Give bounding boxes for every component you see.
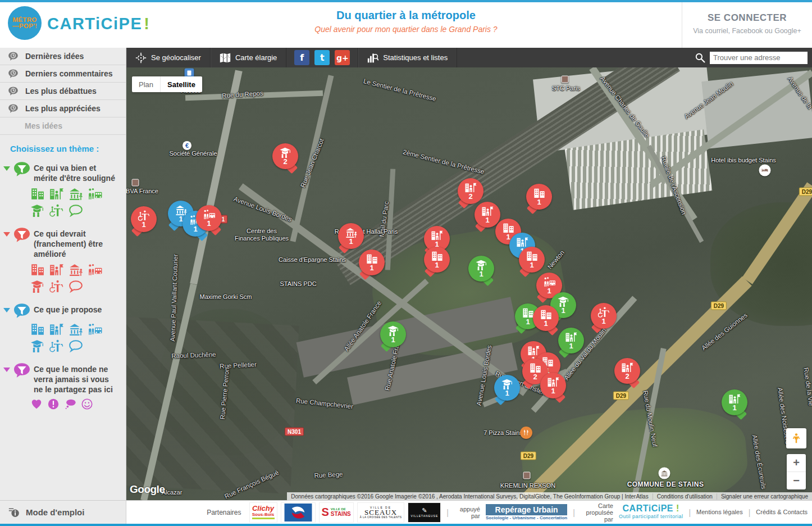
theme-pictogram-exclamation-icon[interactable] xyxy=(47,398,60,410)
theme-pictogram-education-icon[interactable] xyxy=(30,279,45,293)
theme-pictogram-bubble-icon[interactable] xyxy=(69,203,83,217)
theme-pictogram-transit-icon[interactable] xyxy=(88,262,102,276)
theme-header[interactable]: Ce que le monde ne verra jamais si vous … xyxy=(3,362,122,394)
poi-label: KREMLIN REXSON xyxy=(500,482,555,489)
idea-marker[interactable]: 1 xyxy=(338,223,364,249)
partners-label: Partenaires xyxy=(207,509,241,516)
caret-down-icon xyxy=(3,368,10,372)
idea-marker[interactable]: 1 xyxy=(196,205,222,231)
partner-logo-villetaneuse[interactable]: ✎VILLETANEUSE xyxy=(408,502,441,523)
theme-pictogram-building-icon[interactable] xyxy=(30,322,45,335)
theme-pictogram-bubble-icon[interactable] xyxy=(69,339,83,352)
map-canvas[interactable]: Rue du ReposLe Sentier de la Prêtresse2è… xyxy=(126,67,812,500)
theme-header[interactable]: Ce que je propose xyxy=(3,303,122,319)
theme-pictogram-monument-icon[interactable] xyxy=(69,187,83,200)
carticipe-footer-logo[interactable]: CARTiCiPE ! Outil participatif territori… xyxy=(619,505,683,520)
theme-pictogram-monument-icon[interactable] xyxy=(69,262,83,276)
choose-theme-heading: Choisissez un thème : xyxy=(10,144,126,153)
idea-marker[interactable]: 1 xyxy=(380,321,406,347)
google-plus-icon[interactable]: g+ xyxy=(335,50,350,65)
attribution-link[interactable]: Conditions d'utilisation xyxy=(653,493,717,500)
idea-marker[interactable]: 1 xyxy=(526,184,552,210)
mode-demploi-button[interactable]: Mode d'emploi xyxy=(0,501,126,524)
place-icon xyxy=(562,76,569,83)
map-type-plan[interactable]: Plan xyxy=(132,76,160,92)
theme-pictogram-transit-icon[interactable] xyxy=(88,322,102,335)
google-logo[interactable]: Google xyxy=(130,483,165,496)
partner-logo-clichy[interactable]: ClichySous-Bois xyxy=(249,502,277,523)
theme-pictogram-bubble-icon[interactable] xyxy=(69,279,83,293)
theme-pictogram-building-icon[interactable] xyxy=(30,187,45,200)
sidebar-item[interactable]: Dernières idées xyxy=(0,48,126,65)
route-badge: N301 xyxy=(285,428,304,436)
attribution-text: Données cartographiques ©2016 Google Ima… xyxy=(287,493,652,500)
theme-pictogram-monument-icon[interactable] xyxy=(69,322,83,335)
credits-contacts-link[interactable]: Crédits & Contacts xyxy=(756,509,808,516)
poi-label: Maxime Gorki Scm xyxy=(200,293,252,301)
theme-label: Ce qui va bien et mérite d'être souligné xyxy=(34,161,118,183)
filter-funnel-icon xyxy=(14,362,30,378)
search-input[interactable] xyxy=(710,52,808,64)
zoom-out-button[interactable]: − xyxy=(787,472,806,489)
theme-pictogram-building-icon[interactable] xyxy=(30,262,45,276)
idea-marker[interactable]: 2 xyxy=(458,178,483,204)
sidebar-item[interactable]: Les plus appréciées xyxy=(0,100,126,117)
facebook-icon[interactable]: f xyxy=(294,50,309,65)
sidebar-item[interactable]: Derniers commentaires xyxy=(0,65,126,83)
theme-pictogram-housing-icon[interactable] xyxy=(49,262,64,276)
hotel-icon xyxy=(759,165,771,176)
theme-label: Ce que je propose xyxy=(34,303,118,315)
idea-marker[interactable]: 2 xyxy=(614,358,640,384)
partner-logos: ClichySous-BoisSVILLE DESTAINSVILLE DESC… xyxy=(249,502,441,523)
login-button[interactable]: SE CONNECTER Via courriel, Facebook ou G… xyxy=(682,2,812,48)
theme-pictogram-smiley-icon[interactable] xyxy=(81,398,93,410)
idea-marker[interactable]: 1 xyxy=(494,375,520,401)
reperage-urbain-logo[interactable]: Repérage Urbain Sociologie - Urbanisme -… xyxy=(486,504,567,520)
idea-marker[interactable]: 1 xyxy=(722,389,747,415)
address-search xyxy=(695,52,812,64)
caret-down-icon xyxy=(3,308,10,312)
partner-logo-sceaux[interactable]: VILLE DESCEAUXÀ LA CROISÉE DES TALENTS xyxy=(357,502,405,523)
theme-pictogram-education-icon[interactable] xyxy=(30,203,45,217)
filter-funnel-icon xyxy=(14,303,30,319)
geolocate-button[interactable]: Se géolocaliser xyxy=(126,48,211,67)
idea-marker[interactable]: 1 xyxy=(558,328,584,353)
theme-pictogram-transit-icon[interactable] xyxy=(88,187,102,200)
idea-marker[interactable]: 1 xyxy=(540,373,566,398)
stats-button[interactable]: Statistiques et listes xyxy=(358,48,457,67)
theme-pictogram-housing-icon[interactable] xyxy=(49,187,64,200)
idea-marker[interactable]: 1 xyxy=(359,250,385,275)
idea-marker[interactable]: 1 xyxy=(424,247,450,273)
search-icon[interactable] xyxy=(695,52,705,63)
theme-header[interactable]: Ce qui va bien et mérite d'être souligné xyxy=(3,161,122,183)
partner-logo-bird[interactable] xyxy=(281,502,316,523)
idea-marker[interactable]: 1 xyxy=(519,247,545,273)
theme-pictogram-thought-icon[interactable] xyxy=(64,398,76,410)
idea-marker[interactable]: 1 xyxy=(591,303,617,329)
theme-label: Ce que le monde ne verra jamais si vous … xyxy=(34,362,118,394)
idea-marker[interactable]: 2 xyxy=(272,143,298,169)
idea-marker[interactable]: 1 xyxy=(468,256,494,282)
partner-logo-stains[interactable]: SVILLE DESTAINS xyxy=(319,502,354,523)
theme-subcategory-icons xyxy=(30,322,120,352)
theme-pictogram-services-icon[interactable] xyxy=(49,279,64,293)
attribution-link[interactable]: Signaler une erreur cartographique xyxy=(717,493,812,500)
theme-negatif: Ce qui devrait (franchement) être amélio… xyxy=(3,227,122,295)
pegman-control[interactable] xyxy=(786,428,806,448)
mentions-legales-link[interactable]: Mentions légales xyxy=(696,509,743,516)
twitter-icon[interactable]: t xyxy=(314,50,330,65)
idea-marker[interactable]: 1 xyxy=(533,305,559,331)
theme-pictogram-services-icon[interactable] xyxy=(49,203,64,217)
theme-pictogram-services-icon[interactable] xyxy=(49,339,64,352)
wide-map-button[interactable]: Carte élargie xyxy=(211,48,286,67)
sidebar-item[interactable]: Les plus débattues xyxy=(0,83,126,100)
map-type-satellite[interactable]: Satellite xyxy=(160,76,202,92)
info-icon xyxy=(8,507,20,518)
theme-pictogram-heart-icon[interactable] xyxy=(30,398,43,410)
theme-pictogram-housing-icon[interactable] xyxy=(49,322,64,335)
theme-pictogram-education-icon[interactable] xyxy=(30,339,45,352)
theme-header[interactable]: Ce qui devrait (franchement) être amélio… xyxy=(3,227,122,259)
zoom-in-button[interactable]: + xyxy=(787,454,806,472)
place-icon xyxy=(523,472,531,479)
idea-marker[interactable]: 1 xyxy=(131,206,157,232)
